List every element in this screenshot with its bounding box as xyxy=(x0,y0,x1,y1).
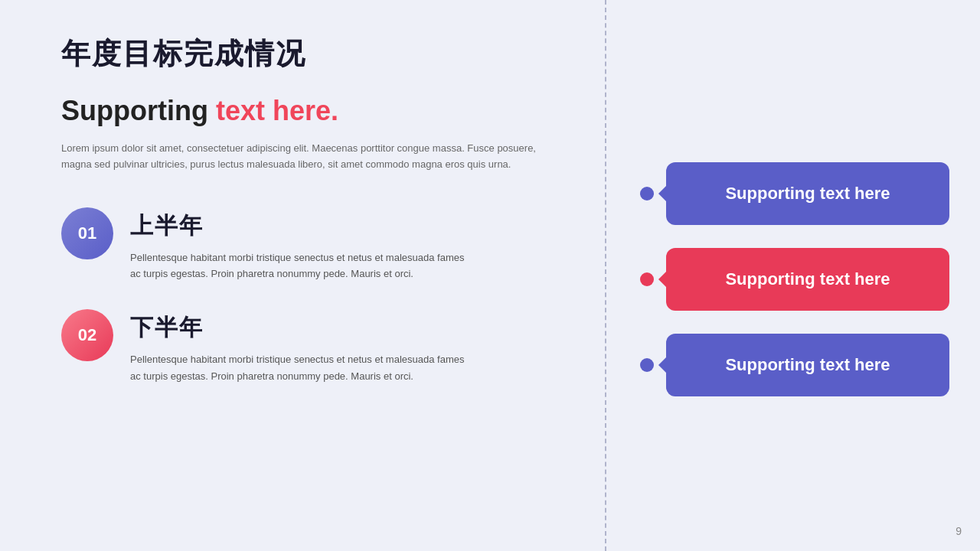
item-number-1: 01 xyxy=(78,223,96,243)
items-container: 01 上半年 Pellentesque habitant morbi trist… xyxy=(61,207,559,385)
dot-3 xyxy=(640,358,654,372)
item-body-2: Pellentesque habitant morbi tristique se… xyxy=(130,351,475,384)
right-item-1: Supporting text here xyxy=(647,162,949,225)
item-heading-2: 下半年 xyxy=(130,312,475,344)
bubble-text-1: Supporting text here xyxy=(725,184,890,204)
right-panel: Supporting text here Supporting text her… xyxy=(605,0,980,551)
item-heading-1: 上半年 xyxy=(130,210,475,242)
item-body-1: Pellentesque habitant morbi tristique se… xyxy=(130,249,475,282)
subtitle-line: Supporting text here. xyxy=(61,95,559,127)
dot-2 xyxy=(640,272,654,286)
speech-bubble-3: Supporting text here xyxy=(666,334,949,396)
main-title: 年度目标完成情况 xyxy=(61,34,559,73)
item-number-2: 02 xyxy=(78,325,96,345)
left-panel: 年度目标完成情况 Supporting text here. Lorem ips… xyxy=(0,0,605,551)
item-row-1: 01 上半年 Pellentesque habitant morbi trist… xyxy=(61,207,559,282)
item-circle-1: 01 xyxy=(61,207,113,259)
speech-bubble-1: Supporting text here xyxy=(666,162,949,225)
description-text: Lorem ipsum dolor sit amet, consectetuer… xyxy=(61,141,536,173)
dot-1 xyxy=(640,187,654,201)
bubble-text-2: Supporting text here xyxy=(725,269,890,289)
item-circle-2: 02 xyxy=(61,309,113,361)
subtitle-part1: Supporting xyxy=(61,95,216,126)
subtitle-part2: text here. xyxy=(216,95,338,126)
page-number: 9 xyxy=(956,525,962,537)
item-content-1: 上半年 Pellentesque habitant morbi tristiqu… xyxy=(130,207,475,282)
item-content-2: 下半年 Pellentesque habitant morbi tristiqu… xyxy=(130,309,475,384)
bubble-text-3: Supporting text here xyxy=(725,355,890,375)
speech-bubble-2: Supporting text here xyxy=(666,248,949,311)
right-item-3: Supporting text here xyxy=(647,334,949,396)
right-item-2: Supporting text here xyxy=(647,248,949,311)
item-row-2: 02 下半年 Pellentesque habitant morbi trist… xyxy=(61,309,559,384)
slide: 年度目标完成情况 Supporting text here. Lorem ips… xyxy=(0,0,980,551)
